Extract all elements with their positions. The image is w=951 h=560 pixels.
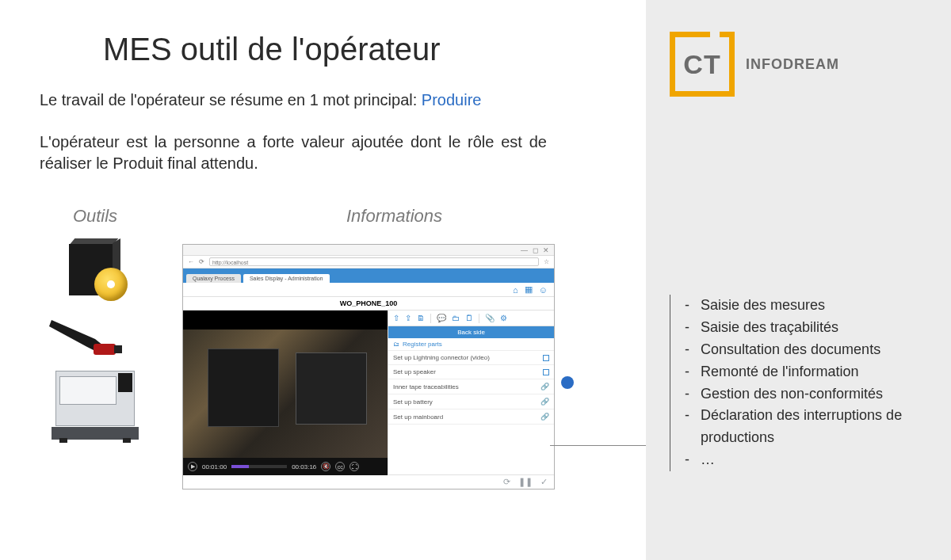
chat-icon: 💬 [437, 314, 446, 322]
list-item: Saisie des traçabilités [685, 317, 935, 339]
app-tabs: Qualaxy Process Sales Display - Administ… [183, 269, 554, 283]
task-row: Set up mainboard🔗 [388, 410, 554, 425]
link-icon: 🔗 [540, 398, 549, 406]
list-item: Consultation des documents [685, 339, 935, 361]
sync-icon: ⟳ [503, 477, 510, 487]
list-item: Saisie des mesures [685, 295, 935, 317]
task-row: Set up battery🔗 [388, 394, 554, 410]
refresh-icon: ⟳ [199, 258, 204, 265]
svg-rect-2 [114, 345, 122, 353]
folder-icon: 🗀 [452, 314, 460, 322]
attach-icon: 📎 [485, 314, 495, 322]
logo: CT INFODREAM [670, 32, 935, 97]
tools-stack [40, 244, 151, 443]
note-icon: 🗒 [465, 314, 473, 322]
task-row: Inner tape traceabilities🔗 [388, 379, 554, 394]
address-bar: ← ⟳ http://localhost ☆ [183, 256, 554, 269]
list-item: Déclaration des interruptions de product… [685, 405, 935, 449]
progress-bar [231, 465, 287, 468]
intro-line-1: Le travail de l'opérateur se résume en 1… [40, 91, 606, 109]
mute-icon: 🔇 [321, 462, 330, 471]
video-controls: ▶ 00:01:00 00:03:16 🔇 cc ⛶ [183, 458, 388, 475]
sidebar: CT INFODREAM Saisie des mesures Saisie d… [646, 0, 951, 560]
task-row: Set up speaker [388, 365, 554, 379]
feature-list: Saisie des mesures Saisie des traçabilit… [670, 295, 935, 471]
intro-line-2: L'opérateur est la personne a forte vale… [40, 131, 547, 174]
window-controls: —◻✕ [183, 245, 554, 256]
informations-column: Informations —◻✕ ← ⟳ http://localhost ☆ … [182, 206, 606, 490]
list-item: Gestion des non-conformités [685, 383, 935, 406]
browser-screenshot: —◻✕ ← ⟳ http://localhost ☆ Qualaxy Proce… [182, 244, 555, 490]
video-player: ▶ 00:01:00 00:03:16 🔇 cc ⛶ [183, 310, 388, 475]
grid-icon: ▦ [525, 284, 533, 295]
panel-footer: ⟳ ❚❚ ✓ [388, 474, 554, 489]
intro-prefix: Le travail de l'opérateur se résume en 1… [40, 91, 422, 109]
upload-icon: ⇧ [393, 314, 399, 322]
video-frame [183, 330, 388, 458]
user-icon: ☺ [539, 285, 548, 295]
two-columns: Outils Informations [40, 206, 606, 490]
checkbox-icon [543, 369, 549, 375]
task-row: Set up Lightning connector (video) [388, 351, 554, 365]
play-icon: ▶ [188, 462, 197, 471]
task-toolbar: ⇧ ⇪ 🗎 💬 🗀 🗒 📎 ⚙ [388, 310, 554, 326]
power-tool-icon [48, 314, 143, 353]
tab-sales-display: Sales Display - Administration [243, 274, 330, 283]
informations-heading: Informations [182, 206, 606, 227]
work-order-title: WO_PHONE_100 [183, 297, 554, 310]
share-icon: ⇪ [405, 314, 411, 322]
software-box-icon [67, 244, 123, 299]
outils-heading: Outils [40, 206, 151, 227]
home-icon: ⌂ [513, 285, 518, 295]
gear-icon: ⚙ [500, 314, 507, 322]
list-item: … [685, 449, 935, 471]
svg-rect-1 [94, 344, 116, 355]
pause-icon: ❚❚ [518, 477, 533, 487]
checkbox-icon [543, 355, 549, 361]
app-toolbar: ⌂ ▦ ☺ [183, 283, 554, 297]
tab-qualaxy: Qualaxy Process [186, 274, 241, 283]
link-icon: 🔗 [540, 383, 549, 390]
link-icon: 🔗 [540, 413, 549, 421]
fullscreen-icon: ⛶ [349, 462, 359, 471]
cc-icon: cc [335, 462, 345, 471]
outils-column: Outils [40, 206, 151, 490]
logo-square: CT [670, 32, 735, 97]
video-time-total: 00:03:16 [292, 463, 316, 470]
logo-name: INFODREAM [746, 56, 839, 73]
connector-dot [561, 376, 574, 389]
slide: MES outil de l'opérateur Le travail de l… [0, 0, 951, 560]
task-panel: ⇧ ⇪ 🗎 💬 🗀 🗒 📎 ⚙ Back [388, 310, 554, 475]
logo-short: CT [683, 49, 720, 80]
page-title: MES outil de l'opérateur [103, 32, 606, 67]
video-time-current: 00:01:00 [202, 463, 227, 470]
panel-header: Back side [388, 326, 554, 338]
star-icon: ☆ [544, 258, 549, 265]
doc-icon: 🗎 [417, 314, 425, 322]
url-field: http://localhost [209, 257, 539, 266]
intro-highlight: Produire [422, 91, 482, 109]
cnc-machine-icon [52, 368, 139, 443]
panel-subheader: 🗂Register parts [388, 338, 554, 351]
check-icon: ✓ [540, 477, 548, 487]
back-icon: ← [188, 258, 194, 265]
main-column: MES outil de l'opérateur Le travail de l… [0, 0, 646, 560]
list-item: Remonté de l'information [685, 361, 935, 383]
